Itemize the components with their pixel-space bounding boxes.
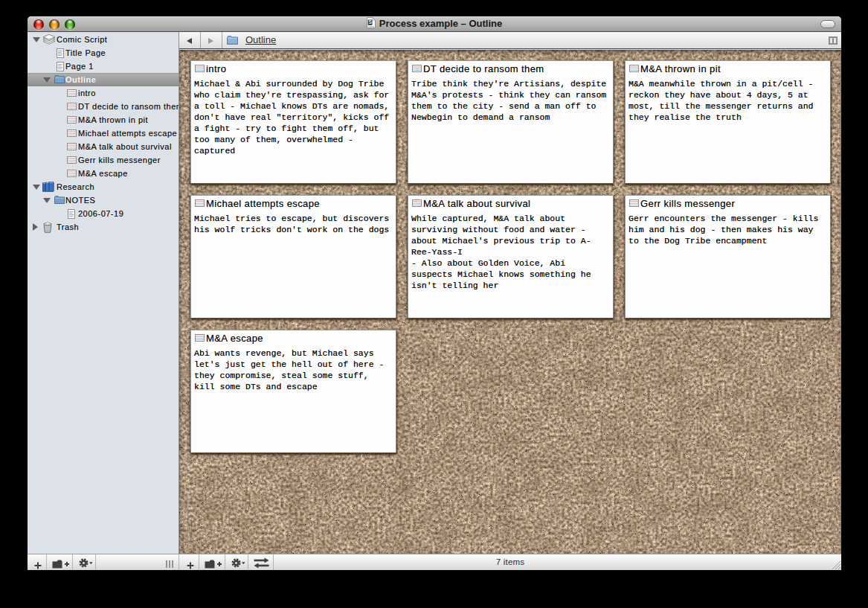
svg-text:S: S [368, 19, 372, 25]
